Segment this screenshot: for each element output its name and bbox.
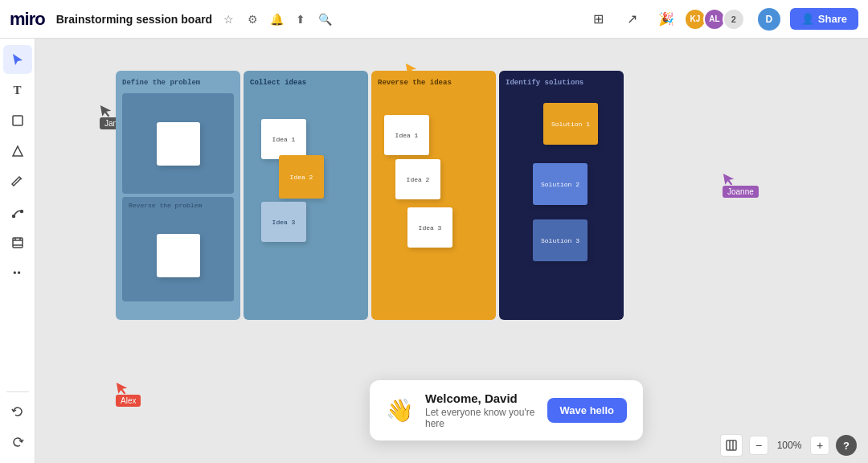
notifications-icon[interactable]: 🔔 [268, 11, 285, 27]
miro-logo[interactable]: miro [10, 9, 45, 30]
define-bottom-section: Reverse the problem [122, 197, 234, 301]
col-title-define: Define the problem [122, 79, 234, 87]
toast-emoji: 👋 [386, 397, 414, 424]
svg-point-3 [20, 211, 23, 213]
svg-rect-13 [727, 440, 736, 450]
bottom-bar: − 100% + ? [709, 428, 868, 463]
column-collect: Collect ideas Idea 1 Idea 2 Idea 3 [244, 71, 368, 320]
sticky-idea1-reverse[interactable]: Idea 1 [384, 115, 429, 155]
cursor-joanne: Joanne [723, 171, 759, 198]
cursor-icon[interactable]: ↗ [620, 6, 645, 32]
zoom-in-button[interactable]: + [810, 436, 829, 455]
text-tool[interactable]: T [3, 76, 32, 104]
minimap-button[interactable] [720, 434, 743, 457]
share-icon: 👤 [801, 13, 814, 25]
emoji-icon[interactable]: 🎉 [653, 6, 679, 32]
svg-rect-4 [13, 238, 23, 248]
avatar-count[interactable]: 2 [723, 8, 745, 31]
toast-text: Welcome, David Let everyone know you're … [425, 391, 536, 429]
column-define: Define the problem Reverse the problem [116, 71, 240, 320]
reverse-problem-label: Reverse the problem [129, 202, 202, 209]
topbar-right: ⊞ ↗ 🎉 KJ AL 2 D 👤 Share [586, 6, 858, 32]
help-button[interactable]: ? [836, 435, 857, 456]
sticky-idea3-collect[interactable]: Idea 3 [261, 202, 306, 242]
column-reverse: Reverse the ideas Idea 1 Idea 2 Idea 3 [371, 71, 496, 320]
sticky-solution3[interactable]: Solution 3 [533, 219, 588, 261]
select-tool[interactable] [3, 45, 32, 74]
share-button[interactable]: 👤 Share [790, 8, 858, 30]
more-tools[interactable]: •• [3, 259, 32, 288]
share-upload-icon[interactable]: ⬆ [293, 11, 309, 27]
star-icon[interactable]: ☆ [220, 11, 236, 27]
sidebar: T •• [0, 39, 35, 463]
top-bar: miro Brainstorming session board ☆ ⚙ 🔔 ⬆… [0, 0, 868, 39]
svg-marker-12 [117, 381, 129, 395]
text-icon: T [13, 84, 21, 97]
welcome-toast: 👋 Welcome, David Let everyone know you'r… [370, 380, 643, 440]
undo-button[interactable] [3, 397, 32, 426]
sticky-define-main[interactable] [157, 122, 200, 166]
svg-rect-0 [13, 116, 23, 125]
svg-marker-11 [723, 172, 735, 186]
wave-hello-button[interactable]: Wave hello [547, 398, 627, 423]
col-title-reverse: Reverse the ideas [378, 79, 489, 87]
pen-tool[interactable] [3, 167, 32, 196]
board-area: Define the problem Reverse the problem C… [116, 71, 624, 320]
col-title-collect: Collect ideas [250, 79, 362, 87]
avatar-group: KJ AL 2 [687, 8, 745, 31]
sticky-solution1[interactable]: Solution 1 [543, 103, 598, 145]
column-identify: Identify solutions Solution 1 Solution 2… [499, 71, 624, 320]
board-title: Brainstorming session board [56, 13, 212, 26]
shapes-tool[interactable] [3, 137, 32, 166]
svg-marker-9 [100, 104, 113, 118]
sticky-reverse-main[interactable] [157, 234, 200, 277]
zoom-out-button[interactable]: − [749, 436, 768, 455]
sticky-solution2[interactable]: Solution 2 [533, 163, 588, 205]
sticky-idea2-collect[interactable]: Idea 2 [279, 155, 324, 199]
cursor-alex: Alex [116, 380, 141, 407]
redo-button[interactable] [3, 428, 32, 457]
apps-icon[interactable]: ⊞ [586, 6, 612, 32]
svg-point-2 [12, 215, 14, 218]
define-top-section [122, 93, 234, 194]
svg-marker-1 [13, 146, 23, 156]
search-icon[interactable]: 🔍 [317, 11, 333, 27]
sticky-idea1-collect[interactable]: Idea 1 [261, 119, 306, 159]
sticky-idea3-reverse[interactable]: Idea 3 [407, 207, 452, 248]
toast-title: Welcome, David [425, 391, 536, 405]
toast-subtitle: Let everyone know you're here [425, 407, 536, 429]
settings-icon[interactable]: ⚙ [244, 11, 260, 27]
frame-tool[interactable] [3, 228, 32, 257]
canvas[interactable]: James Kira Joanne Alex Define the proble… [35, 39, 868, 463]
sticky-idea2-reverse[interactable]: Idea 2 [395, 159, 440, 199]
avatar-self[interactable]: D [756, 6, 782, 32]
zoom-level: 100% [775, 440, 804, 451]
col-title-identify: Identify solutions [506, 79, 617, 87]
connector-tool[interactable] [3, 198, 32, 227]
sticky-tool[interactable] [3, 106, 32, 135]
